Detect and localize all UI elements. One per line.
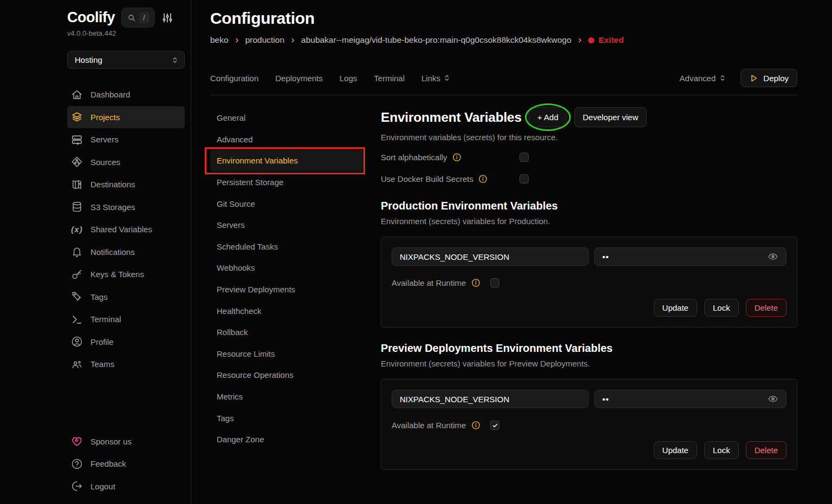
add-variable-button[interactable]: + Add — [529, 107, 567, 127]
available-at-runtime-checkbox[interactable] — [490, 278, 499, 287]
env-var-name-input[interactable] — [392, 247, 589, 266]
sidebar-nav: Dashboard Projects Servers Sources Desti… — [67, 83, 185, 376]
tab-deployments[interactable]: Deployments — [275, 74, 323, 83]
sidebar-item-feedback[interactable]: Feedback — [67, 453, 185, 475]
env-var-value-input[interactable]: •• — [594, 390, 786, 408]
search-button[interactable]: / — [121, 8, 155, 28]
eye-icon[interactable] — [768, 251, 778, 262]
tab-configuration[interactable]: Configuration — [210, 74, 258, 83]
sidebar-item-tags[interactable]: Tags — [67, 286, 185, 309]
sidebar-item-s3-storages[interactable]: S3 Storages — [67, 196, 185, 219]
subnav-item-tags[interactable]: Tags — [210, 407, 364, 429]
subnav-item-servers[interactable]: Servers — [210, 214, 364, 236]
status-badge[interactable]: Exited — [588, 35, 624, 45]
delete-button[interactable]: Delete — [746, 299, 786, 317]
search-icon — [127, 14, 136, 22]
sidebar-item-notifications[interactable]: Notifications — [67, 241, 185, 264]
tag-icon — [71, 291, 83, 303]
info-icon — [471, 421, 480, 430]
update-button[interactable]: Update — [654, 299, 697, 317]
env-variables-panel: Environment Variables + Add Developer vi… — [381, 107, 797, 504]
sidebar-item-projects[interactable]: Projects — [67, 106, 185, 129]
chevron-up-down-icon — [171, 56, 179, 64]
sort-alphabetically-row: Sort alphabetically — [381, 151, 529, 163]
subnav-item-git-source[interactable]: Git Source — [210, 193, 364, 214]
section-subtitle: Environment variables (secrets) for this… — [381, 133, 797, 142]
sidebar-item-teams[interactable]: Teams — [67, 353, 185, 376]
env-var-value-input[interactable]: •• — [594, 247, 786, 266]
breadcrumb-environment[interactable]: production — [245, 35, 284, 45]
preview-section-title: Preview Deployments Environment Variable… — [381, 342, 797, 355]
sidebar-item-dashboard[interactable]: Dashboard — [67, 83, 185, 106]
sidebar-item-servers[interactable]: Servers — [67, 128, 185, 151]
sidebar-item-label: Logout — [90, 482, 115, 491]
terminal-icon — [71, 313, 83, 325]
advanced-dropdown[interactable]: Advanced — [680, 74, 727, 83]
sidebar-item-terminal[interactable]: Terminal — [67, 308, 185, 331]
subnav-item-environment-variables[interactable]: Environment Variables — [210, 150, 364, 172]
section-title: Environment Variables — [381, 110, 522, 125]
env-var-name-input[interactable] — [392, 390, 589, 408]
subnav-item-resource-limits[interactable]: Resource Limits — [210, 343, 364, 365]
slash-key-hint: / — [139, 12, 150, 23]
docker-build-secrets-checkbox[interactable] — [519, 174, 529, 184]
subnav-item-advanced[interactable]: Advanced — [210, 129, 364, 150]
tab-links[interactable]: Links — [421, 74, 451, 83]
tab-terminal[interactable]: Terminal — [374, 74, 405, 83]
settings-subnav: General Advanced Environment Variables P… — [210, 107, 364, 504]
team-selector[interactable]: Hosting — [67, 51, 185, 69]
eye-icon[interactable] — [768, 394, 778, 404]
available-at-runtime-label: Available at Runtime — [392, 278, 466, 287]
sidebar-item-shared-variables[interactable]: (x) Shared Variables — [67, 218, 185, 241]
subnav-item-resource-operations[interactable]: Resource Operations — [210, 364, 364, 386]
deploy-button[interactable]: Deploy — [740, 69, 797, 87]
sidebar-item-label: Teams — [90, 359, 114, 369]
sidebar-item-label: Servers — [90, 135, 119, 144]
lock-button[interactable]: Lock — [704, 299, 739, 317]
info-icon — [471, 278, 480, 287]
sidebar-item-label: Tags — [90, 292, 108, 302]
sidebar: Coolify / v4.0.0-beta.442 Hosting Dashbo… — [0, 0, 191, 504]
sidebar-item-logout[interactable]: Logout — [67, 475, 185, 498]
available-at-runtime-checkbox[interactable] — [490, 421, 499, 430]
sidebar-item-keys-tokens[interactable]: Keys & Tokens — [67, 263, 185, 286]
breadcrumb-resource[interactable]: abubakar--meigag/vid-tube-beko-pro:main-… — [301, 35, 571, 45]
sidebar-item-label: Feedback — [90, 459, 126, 468]
sidebar-item-label: Shared Variables — [90, 225, 152, 234]
user-icon — [71, 336, 83, 348]
subnav-item-scheduled-tasks[interactable]: Scheduled Tasks — [210, 236, 364, 258]
sort-alphabetically-checkbox[interactable] — [519, 153, 529, 162]
sidebar-item-label: Profile — [90, 337, 114, 346]
sidebar-item-label: Terminal — [90, 315, 121, 324]
subnav-item-danger-zone[interactable]: Danger Zone — [210, 429, 364, 450]
subnav-item-general[interactable]: General — [210, 107, 364, 129]
production-section-subtitle: Environment (secrets) variables for Prod… — [381, 217, 797, 226]
sidebar-footer: Sponsor us Feedback Logout — [67, 430, 185, 498]
subnav-item-persistent-storage[interactable]: Persistent Storage — [210, 172, 364, 193]
database-icon — [71, 201, 83, 213]
subnav-item-metrics[interactable]: Metrics — [210, 386, 364, 408]
update-button[interactable]: Update — [654, 441, 697, 459]
sidebar-header: Coolify / — [67, 8, 185, 28]
breadcrumb-team[interactable]: beko — [210, 35, 229, 45]
sidebar-item-label: Notifications — [90, 247, 135, 257]
variable-icon: (x) — [71, 224, 83, 235]
sidebar-item-label: Sources — [90, 158, 120, 167]
sliders-icon[interactable] — [161, 12, 173, 24]
status-label: Exited — [599, 35, 624, 45]
subnav-item-rollback[interactable]: Rollback — [210, 322, 364, 343]
subnav-item-webhooks[interactable]: Webhooks — [210, 257, 364, 279]
subnav-item-healthcheck[interactable]: Healthcheck — [210, 300, 364, 322]
lock-button[interactable]: Lock — [704, 441, 739, 459]
developer-view-button[interactable]: Developer view — [574, 107, 647, 127]
sidebar-item-profile[interactable]: Profile — [67, 331, 185, 354]
key-icon — [71, 269, 83, 280]
subnav-item-preview-deployments[interactable]: Preview Deployments — [210, 279, 364, 300]
map-icon — [71, 179, 83, 191]
sidebar-item-sponsor-us[interactable]: Sponsor us — [67, 430, 185, 453]
tab-logs[interactable]: Logs — [340, 74, 358, 83]
info-icon — [452, 153, 461, 162]
sidebar-item-destinations[interactable]: Destinations — [67, 173, 185, 196]
sidebar-item-sources[interactable]: Sources — [67, 151, 185, 174]
delete-button[interactable]: Delete — [746, 441, 786, 459]
